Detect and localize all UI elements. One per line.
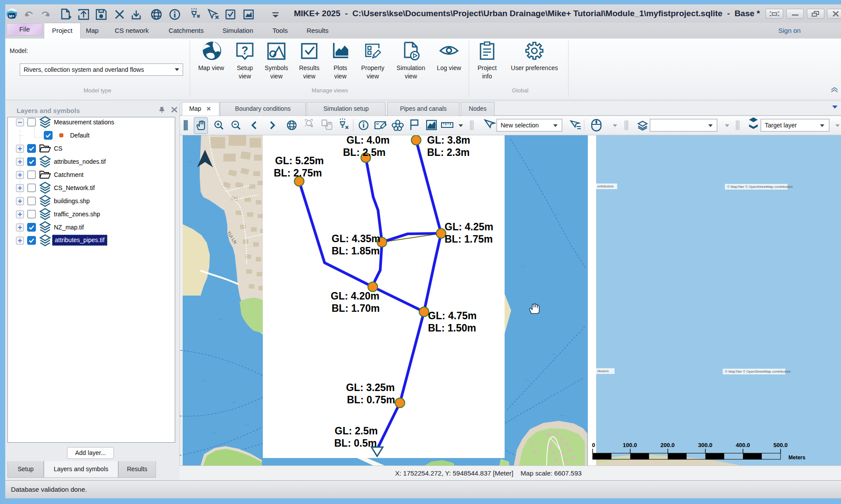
svg-text:BL: 1.75m: BL: 1.75m <box>445 233 493 245</box>
svg-text:500.0: 500.0 <box>774 442 788 448</box>
svg-text:© MapTiler © OpenStreetMap con: © MapTiler © OpenStreetMap contributors <box>727 185 793 189</box>
svg-text:GL: 4.25m: GL: 4.25m <box>445 221 493 233</box>
svg-text:BL: 2.75m: BL: 2.75m <box>274 167 322 179</box>
svg-text:300.0: 300.0 <box>698 442 713 448</box>
svg-text:Meters: Meters <box>788 455 806 461</box>
svg-text:200.0: 200.0 <box>661 442 675 448</box>
svg-text:GL: 2.5m: GL: 2.5m <box>335 425 378 437</box>
svg-text:GL: 4.75m: GL: 4.75m <box>428 310 477 321</box>
svg-text:100.0: 100.0 <box>623 442 637 448</box>
svg-text:© MapTiler © OpenStreetMap con: © MapTiler © OpenStreetMap contributors <box>725 370 791 374</box>
svg-text:GL: 3.8m: GL: 3.8m <box>427 135 470 146</box>
svg-text:0: 0 <box>592 442 595 448</box>
svg-text:GL: 3.25m: GL: 3.25m <box>346 382 395 393</box>
svg-text:M+: M+ <box>9 14 15 18</box>
svg-text:BL: 0.5m: BL: 0.5m <box>334 437 377 449</box>
svg-text:ontributors: ontributors <box>597 184 614 188</box>
svg-text:ributors: ributors <box>597 369 609 373</box>
svg-text:BL: 2.3m: BL: 2.3m <box>427 147 470 158</box>
svg-text:GL: 4.0m: GL: 4.0m <box>346 135 389 146</box>
svg-text:GL: 5.25m: GL: 5.25m <box>275 155 324 166</box>
svg-text:BL: 2.5m: BL: 2.5m <box>343 147 385 158</box>
svg-text:GL: 4.20m: GL: 4.20m <box>331 290 379 302</box>
svg-text:BL: 1.85m: BL: 1.85m <box>332 245 380 257</box>
svg-text:BL: 1.70m: BL: 1.70m <box>332 303 380 314</box>
svg-text:New selection: New selection <box>501 122 539 129</box>
svg-text:400.0: 400.0 <box>736 442 750 448</box>
svg-text:Target layer: Target layer <box>765 122 797 129</box>
svg-text:BL: 1.50m: BL: 1.50m <box>428 322 476 334</box>
svg-text:GL: 4.35m: GL: 4.35m <box>332 233 380 244</box>
svg-text:BL: 0.75m: BL: 0.75m <box>347 394 395 405</box>
svg-text:?: ? <box>241 44 248 56</box>
